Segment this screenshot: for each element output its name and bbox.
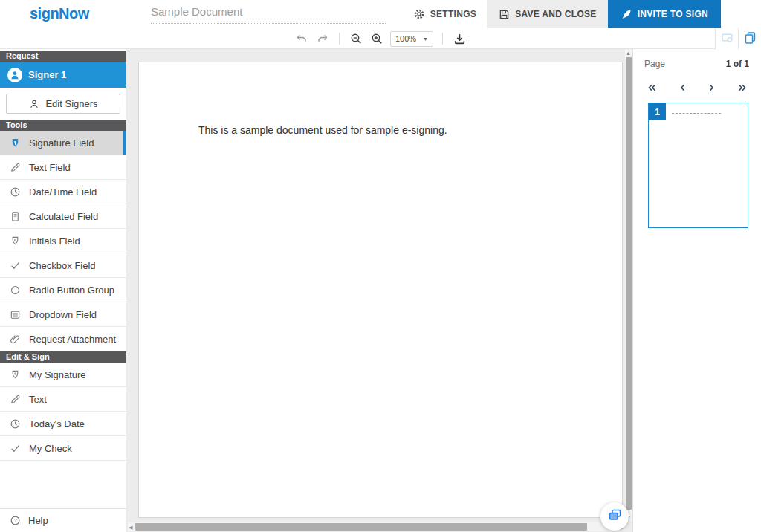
person-outline-icon — [28, 98, 40, 110]
tool-label: Request Attachment — [29, 334, 116, 345]
tool-text[interactable]: Text — [0, 387, 126, 412]
tool-label: Date/Time Field — [29, 186, 97, 198]
save-and-close-button[interactable]: SAVE AND CLOSE — [487, 0, 608, 28]
svg-text:?: ? — [13, 517, 16, 524]
page-1-thumbnail[interactable]: 1 — [648, 103, 748, 228]
fields-panel-toggle-button[interactable] — [715, 28, 738, 49]
signnow-logo: signNow — [30, 5, 89, 22]
dropdown-list-icon — [9, 308, 21, 320]
settings-label: SETTINGS — [430, 9, 476, 19]
tool-label: Calculated Field — [29, 211, 98, 222]
vertical-scrollbar-thumb[interactable] — [626, 57, 632, 510]
tool-date-time-field[interactable]: Date/Time Field — [0, 180, 126, 204]
tool-signature-field[interactable]: Signature Field — [0, 131, 126, 155]
edit-and-sign-section-header: Edit & Sign — [0, 351, 126, 363]
save-and-close-label: SAVE AND CLOSE — [515, 9, 597, 19]
tool-label: Initials Field — [29, 236, 80, 247]
question-mark-icon: ? — [9, 515, 21, 527]
first-page-button[interactable] — [645, 81, 659, 97]
checkmark-icon — [9, 259, 21, 271]
previous-page-button[interactable] — [677, 81, 688, 97]
toolbar-center-group: 100% ▼ — [291, 28, 470, 49]
zoom-level-select[interactable]: 100% ▼ — [390, 31, 433, 47]
gear-icon — [413, 8, 425, 20]
tool-label: Text Field — [29, 162, 71, 173]
toolbar-separator — [339, 33, 340, 45]
page-number-badge: 1 — [649, 103, 666, 120]
horizontal-scrollbar[interactable]: ◀ ▶ — [128, 522, 625, 531]
tool-label: Radio Button Group — [29, 285, 114, 296]
help-label: Help — [28, 515, 48, 526]
download-button[interactable] — [449, 29, 470, 48]
signer-label: Signer 1 — [28, 69, 66, 80]
floppy-disk-icon — [498, 8, 510, 20]
page-count: 1 of 1 — [726, 59, 749, 69]
tool-dropdown-field[interactable]: Dropdown Field — [0, 302, 126, 327]
help-button[interactable]: ? Help — [0, 508, 126, 532]
signer-1-item[interactable]: Signer 1 — [0, 62, 126, 88]
invite-to-sign-button[interactable]: INVITE TO SIGN — [608, 0, 721, 28]
redo-button[interactable] — [312, 29, 333, 48]
pencil-icon — [9, 161, 21, 173]
tool-my-check[interactable]: My Check — [0, 436, 126, 461]
paperclip-icon — [9, 333, 21, 345]
tool-label: Signature Field — [29, 137, 94, 149]
next-page-button[interactable] — [706, 81, 717, 97]
signature-nib-outline-icon — [9, 369, 21, 380]
request-section-header: Request — [0, 51, 126, 62]
scroll-up-arrow-icon[interactable]: ▲ — [626, 51, 631, 56]
toolbar-separator — [442, 33, 443, 45]
vertical-scrollbar[interactable]: ▲ ▼ — [625, 49, 632, 522]
pages-panel-toggle-button[interactable] — [738, 28, 761, 49]
tool-label: My Signature — [29, 369, 86, 380]
tool-label: Today's Date — [29, 418, 85, 429]
tool-my-signature[interactable]: My Signature — [0, 363, 126, 387]
edit-signers-label: Edit Signers — [45, 98, 97, 109]
page-label: Page — [644, 59, 665, 69]
zoom-in-button[interactable] — [366, 29, 387, 48]
initials-nib-icon — [9, 235, 21, 247]
document-body-text: This is a sample document used for sampl… — [198, 124, 447, 136]
tool-radio-button-group[interactable]: Radio Button Group — [0, 278, 126, 302]
double-chevron-right-icon — [736, 82, 748, 95]
signature-nib-icon — [9, 137, 21, 149]
thumbnail-text-line — [672, 113, 721, 114]
zoom-out-button[interactable] — [346, 29, 366, 48]
document-page[interactable]: This is a sample document used for sampl… — [138, 62, 623, 518]
chat-support-button[interactable] — [600, 502, 629, 531]
document-lines-icon — [9, 210, 21, 222]
double-chevron-left-icon — [647, 82, 658, 95]
tools-sidebar: Request Signer 1 Edit Signers Tools — [0, 49, 126, 532]
person-icon — [7, 68, 22, 82]
zoom-level-value: 100% — [395, 34, 416, 43]
tools-section-header: Tools — [0, 120, 126, 131]
top-bar: signNow Sample Document SETTINGS SAVE AN… — [0, 0, 761, 28]
tool-calculated-field[interactable]: Calculated Field — [0, 204, 126, 229]
edit-signers-button[interactable]: Edit Signers — [6, 94, 120, 114]
last-page-button[interactable] — [735, 81, 749, 97]
edit-signers-wrap: Edit Signers — [0, 88, 126, 120]
tool-request-attachment[interactable]: Request Attachment — [0, 327, 126, 351]
signnow-editor-window: signNow Sample Document SETTINGS SAVE AN… — [0, 0, 761, 532]
pencil-icon — [9, 393, 21, 405]
tool-label: My Check — [29, 443, 72, 454]
editor-body: Request Signer 1 Edit Signers Tools — [0, 49, 761, 532]
topbar-actions: SETTINGS SAVE AND CLOSE INVITE TO SIGN — [403, 0, 721, 28]
chevron-down-icon: ▼ — [423, 36, 428, 42]
settings-button[interactable]: SETTINGS — [403, 0, 487, 28]
card-gear-icon — [721, 31, 734, 47]
horizontal-scrollbar-thumb[interactable] — [135, 523, 587, 531]
tool-label: Text — [29, 394, 47, 405]
tool-text-field[interactable]: Text Field — [0, 155, 126, 180]
pages-panel-header: Page 1 of 1 — [633, 49, 761, 69]
scroll-left-arrow-icon[interactable]: ◀ — [129, 525, 132, 530]
invite-to-sign-label: INVITE TO SIGN — [638, 9, 708, 19]
document-title-input[interactable]: Sample Document — [151, 5, 386, 24]
clock-icon — [9, 186, 21, 198]
tool-initials-field[interactable]: Initials Field — [0, 229, 126, 253]
undo-button[interactable] — [291, 29, 312, 48]
tool-todays-date[interactable]: Today's Date — [0, 412, 126, 436]
document-canvas-area: This is a sample document used for sampl… — [126, 49, 632, 532]
tool-checkbox-field[interactable]: Checkbox Field — [0, 253, 126, 278]
chat-bubbles-icon — [607, 507, 623, 526]
